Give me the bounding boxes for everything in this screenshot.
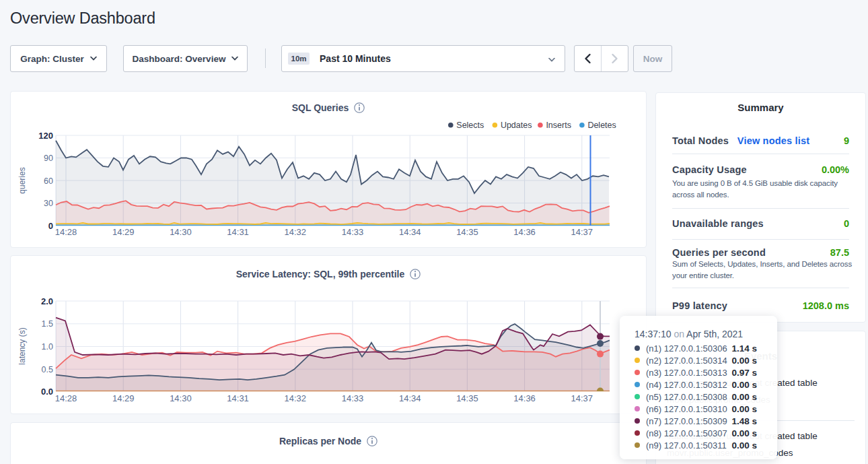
svg-text:14:36: 14:36 (513, 227, 536, 237)
svg-text:Inserts: Inserts (546, 121, 571, 130)
svg-text:120: 120 (38, 131, 53, 141)
svg-text:14:29: 14:29 (112, 227, 135, 237)
svg-text:0.5: 0.5 (42, 365, 53, 374)
svg-text:2.0: 2.0 (41, 296, 53, 306)
svg-text:Deletes: Deletes (587, 121, 616, 130)
svg-text:14:36: 14:36 (513, 393, 536, 403)
svg-text:14:30: 14:30 (170, 393, 192, 403)
svg-text:14:32: 14:32 (285, 393, 307, 403)
svg-text:14:35: 14:35 (456, 393, 478, 403)
svg-text:14:33: 14:33 (342, 393, 364, 403)
svg-text:14:34: 14:34 (399, 393, 421, 403)
svg-text:0: 0 (48, 221, 53, 231)
svg-text:14:28: 14:28 (55, 393, 77, 403)
svg-text:1.5: 1.5 (42, 319, 53, 329)
svg-text:60: 60 (44, 176, 53, 186)
svg-text:1.0: 1.0 (42, 342, 53, 352)
svg-text:14:37: 14:37 (571, 393, 593, 403)
svg-text:90: 90 (44, 154, 53, 163)
svg-text:14:32: 14:32 (285, 227, 307, 237)
svg-text:14:31: 14:31 (227, 227, 249, 237)
svg-text:14:33: 14:33 (342, 227, 364, 237)
svg-text:Selects: Selects (456, 121, 484, 130)
svg-text:Updates: Updates (501, 121, 532, 130)
svg-text:14:29: 14:29 (112, 393, 135, 403)
svg-text:14:30: 14:30 (170, 227, 192, 237)
svg-text:14:35: 14:35 (456, 227, 478, 237)
svg-text:14:31: 14:31 (227, 393, 249, 403)
svg-text:queries: queries (17, 167, 27, 193)
svg-text:14:28: 14:28 (55, 227, 77, 237)
svg-text:0.0: 0.0 (41, 387, 53, 397)
svg-text:14:37: 14:37 (571, 227, 593, 237)
svg-text:14:34: 14:34 (399, 227, 421, 237)
svg-text:latency (s): latency (s) (17, 327, 27, 364)
svg-text:30: 30 (44, 199, 53, 208)
